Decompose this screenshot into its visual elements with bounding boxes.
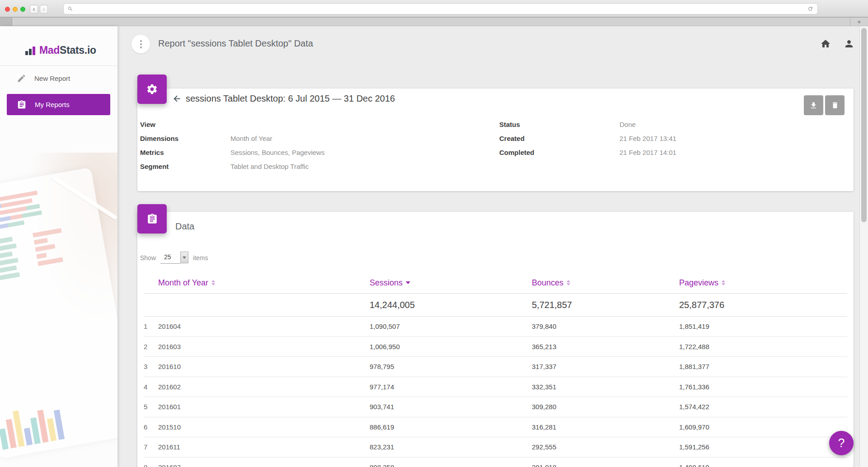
cell-month: 201610 <box>158 363 370 370</box>
cell-month: 201611 <box>158 443 370 451</box>
cell-row-number: 8 <box>144 463 158 467</box>
chevron-right-icon <box>41 7 47 12</box>
detail-value: Sessions, Bounces, Pageviews <box>230 149 324 156</box>
sidebar-item-label: New Report <box>34 75 70 82</box>
cell-bounces: 292,555 <box>532 443 679 451</box>
reload-icon[interactable] <box>807 6 813 12</box>
cell-sessions: 903,741 <box>370 403 532 411</box>
gear-icon <box>146 83 158 95</box>
cell-pageviews: 1,761,336 <box>679 383 847 391</box>
detail-value: Month of Year <box>230 135 272 142</box>
cell-row-number: 6 <box>144 423 158 431</box>
zoom-window-button[interactable] <box>20 7 25 12</box>
sidebar: MadStats.io New Report My Reports <box>0 26 117 467</box>
address-bar[interactable] <box>63 3 818 14</box>
back-arrow-icon[interactable] <box>172 94 182 103</box>
browser-titlebar <box>0 0 868 17</box>
new-tab-button[interactable]: + <box>850 18 868 26</box>
brand-logo[interactable]: MadStats.io <box>25 44 96 56</box>
sort-icon <box>211 280 215 285</box>
browser-forward-button[interactable] <box>40 5 48 14</box>
cell-bounces: 365,213 <box>532 343 679 350</box>
cell-bounces: 281,018 <box>532 463 679 467</box>
cell-pageviews: 1,609,970 <box>679 423 847 431</box>
sidebar-item-new-report[interactable]: New Report <box>0 68 117 89</box>
cell-bounces: 379,840 <box>532 322 679 330</box>
help-button[interactable]: ? <box>829 431 854 455</box>
home-icon[interactable] <box>820 38 831 49</box>
report-title: sessions Tablet Desktop: 6 Jul 2015 — 31… <box>172 92 395 105</box>
page-size-value: 25 <box>160 252 180 264</box>
cell-bounces: 309,280 <box>532 403 679 411</box>
cell-bounces: 317,337 <box>532 363 679 370</box>
chevron-down-icon <box>180 252 188 263</box>
browser-back-button[interactable] <box>30 5 38 14</box>
report-summary-card: sessions Tablet Desktop: 6 Jul 2015 — 31… <box>137 89 854 191</box>
data-card-title: Data <box>175 221 194 232</box>
column-header-bounces[interactable]: Bounces <box>532 278 679 288</box>
table-totals-row: 14,244,005 5,721,857 25,877,376 <box>144 294 847 317</box>
totals-sessions: 14,244,005 <box>370 300 532 310</box>
report-menu-button[interactable] <box>131 35 150 53</box>
kebab-menu-icon <box>140 40 142 42</box>
browser-tab-strip: + <box>0 17 868 26</box>
sidebar-item-my-reports[interactable]: My Reports <box>7 94 110 115</box>
brand-name: MadStats.io <box>39 44 96 56</box>
detail-label: Segment <box>140 163 230 170</box>
table-row: 3201610978,795317,3371,881,377 <box>144 357 847 377</box>
detail-label: Dimensions <box>140 135 230 142</box>
table-row: 8201607808,358281,0181,498,619 <box>144 458 847 467</box>
totals-pageviews: 25,877,376 <box>679 300 847 310</box>
sort-icon <box>722 280 725 285</box>
cell-row-number: 2 <box>144 343 158 350</box>
close-window-button[interactable] <box>5 7 10 12</box>
cell-month: 201602 <box>158 383 370 391</box>
cell-sessions: 1,006,950 <box>370 343 532 350</box>
column-header-month[interactable]: Month of Year <box>158 278 370 288</box>
column-header-pageviews[interactable]: Pageviews <box>679 278 847 288</box>
detail-value: 21 Feb 2017 13:41 <box>619 135 676 142</box>
download-button[interactable] <box>804 95 823 115</box>
scrollbar-thumb[interactable] <box>861 28 867 222</box>
cell-pageviews: 1,881,377 <box>679 363 847 370</box>
person-icon[interactable] <box>844 38 854 49</box>
cell-sessions: 808,358 <box>370 463 532 467</box>
cell-pageviews: 1,591,256 <box>679 443 847 451</box>
page-title: Report "sessions Tablet Desktop" Data <box>158 38 313 49</box>
cell-sessions: 978,795 <box>370 363 532 370</box>
report-settings-tile <box>137 75 167 104</box>
cell-row-number: 5 <box>144 403 158 411</box>
clipboard-icon <box>146 213 158 225</box>
detail-label: View <box>140 121 230 128</box>
cell-bounces: 316,281 <box>532 423 679 431</box>
cell-sessions: 977,174 <box>370 383 532 391</box>
table-row: 5201601903,741309,2801,574,422 <box>144 397 847 417</box>
cell-pageviews: 1,722,488 <box>679 343 847 350</box>
cell-sessions: 1,090,507 <box>370 322 532 330</box>
cell-sessions: 886,619 <box>370 423 532 431</box>
browser-tab[interactable] <box>0 18 12 26</box>
table-row: 7201611823,231292,5551,591,256 <box>144 437 847 458</box>
minimize-window-button[interactable] <box>13 7 18 12</box>
table-body: 12016041,090,507379,8401,851,41922016031… <box>144 317 847 467</box>
page-size-select[interactable]: 25 <box>160 252 188 264</box>
table-row: 4201602977,174332,3511,761,336 <box>144 377 847 397</box>
cell-month: 201601 <box>158 403 370 411</box>
report-details-right: StatusDone Created21 Feb 2017 13:41 Comp… <box>499 117 843 159</box>
cell-month: 201603 <box>158 343 370 350</box>
data-card: Data Show 25 items Month of Year Session… <box>137 212 854 467</box>
bar-chart-logo-icon <box>25 47 36 56</box>
sort-desc-icon <box>406 281 410 284</box>
question-mark-icon: ? <box>838 436 845 450</box>
cell-sessions: 823,231 <box>370 443 532 451</box>
cell-pageviews: 1,574,422 <box>679 403 847 411</box>
column-header-sessions[interactable]: Sessions <box>370 278 532 288</box>
table-row: 6201510886,619316,2811,609,970 <box>144 417 847 438</box>
cell-pageviews: 1,498,619 <box>679 463 847 467</box>
page-scrollbar <box>859 26 868 467</box>
detail-value: Tablet and Desktop Traffic <box>230 163 309 170</box>
detail-label: Metrics <box>140 149 230 156</box>
cell-row-number: 1 <box>144 322 158 330</box>
detail-label: Status <box>499 121 619 128</box>
delete-button[interactable] <box>825 95 845 115</box>
